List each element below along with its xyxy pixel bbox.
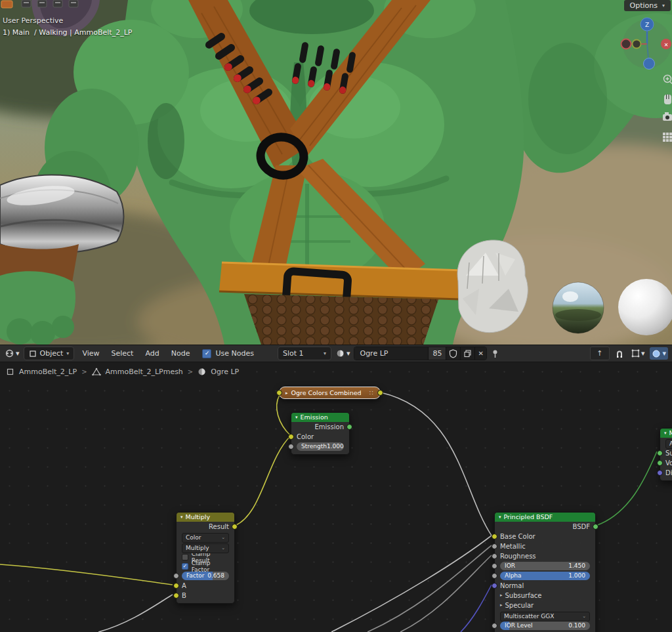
collapse-icon[interactable]: ▾ xyxy=(499,513,501,522)
object-icon xyxy=(29,350,37,358)
socket-multiply-a[interactable] xyxy=(173,583,179,589)
scene-collection-label: 1) Main / Walking | AmmoBelt_2_LP xyxy=(3,28,132,37)
data-type-dropdown[interactable]: Color ⌄ xyxy=(182,533,229,543)
gizmo-z-label[interactable]: Z xyxy=(645,22,649,28)
socket-bsdf-output[interactable] xyxy=(593,524,598,530)
breadcrumb-object[interactable]: AmmoBelt_2_LP xyxy=(19,368,77,376)
overlay-toggle-button[interactable]: ▾ xyxy=(650,347,668,360)
blend-mode-dropdown[interactable]: Multiply ⌄ xyxy=(182,543,229,553)
node-principled-bsdf[interactable]: ▾ Principled BSDF BSDF Base Color Metall… xyxy=(494,512,596,632)
material-slot-dropdown[interactable]: Slot 1 ▾ xyxy=(278,347,331,360)
shader-type-label: Object xyxy=(40,349,64,358)
go-parent-node-tree-button[interactable]: ↑ xyxy=(590,347,610,360)
socket-group-input[interactable] xyxy=(276,390,282,396)
menu-select[interactable]: Select xyxy=(105,345,139,362)
unlink-material-button[interactable]: ✕ xyxy=(475,347,486,360)
node-group-ogre-colors[interactable]: ▸ Ogre Colors Combined :: xyxy=(279,387,381,399)
socket-alpha[interactable] xyxy=(492,573,497,579)
ior-slider[interactable]: IOR 1.450 xyxy=(500,562,590,570)
lowpoly-fist[interactable] xyxy=(457,240,528,333)
pin-icon xyxy=(491,349,499,358)
menu-node[interactable]: Node xyxy=(165,345,196,362)
socket-metallic[interactable] xyxy=(492,543,497,549)
menu-view[interactable]: View xyxy=(76,345,105,362)
material-users-count[interactable]: 85 xyxy=(429,347,446,360)
socket-ior-level[interactable] xyxy=(492,623,497,629)
snap-target-dropdown[interactable]: ▾ xyxy=(629,347,647,360)
new-material-button[interactable] xyxy=(461,347,475,360)
node-header[interactable]: ▾ Material Output xyxy=(660,429,672,438)
collapse-icon[interactable]: ▾ xyxy=(295,413,298,422)
node-header[interactable]: ▾ Emission xyxy=(291,413,349,422)
socket-base-color[interactable] xyxy=(492,534,497,539)
menu-add[interactable]: Add xyxy=(139,345,165,362)
socket-emission-strength[interactable] xyxy=(288,444,294,450)
socket-group-output[interactable] xyxy=(377,390,383,396)
shader-node-editor[interactable]: AmmoBelt_2_LP > AmmoBelt_2_LPmesh > Ogre… xyxy=(0,362,672,632)
socket-ior[interactable] xyxy=(492,563,497,569)
fake-user-shield-button[interactable] xyxy=(446,347,461,360)
socket-multiply-factor[interactable] xyxy=(173,573,179,579)
specular-panel-toggle[interactable]: ▸ Specular xyxy=(495,600,595,610)
input-row: IOR 1.450 xyxy=(495,561,595,571)
chevron-down-icon: ▾ xyxy=(324,350,326,356)
alpha-slider[interactable]: Alpha 1.000 xyxy=(500,572,590,580)
node-multiply[interactable]: ▾ Multiply Result Color ⌄ Multiply ⌄ Cla… xyxy=(176,512,235,604)
strength-slider[interactable]: Strength 1.000 xyxy=(297,442,344,451)
socket-normal[interactable] xyxy=(492,583,497,589)
material-name-input[interactable]: Ogre LP xyxy=(354,347,429,360)
clamp-factor-checkbox[interactable]: ✓ Clamp Factor xyxy=(177,562,234,571)
subsurface-panel-toggle[interactable]: ▸ Subsurface xyxy=(495,591,595,600)
node-emission[interactable]: ▾ Emission Emission Color Strength 1.000 xyxy=(291,412,350,455)
node-material-output[interactable]: ▾ Material Output All ⌄ Surface Volume D… xyxy=(660,428,672,481)
checkbox-unchecked-icon[interactable] xyxy=(182,554,188,560)
checkbox-checked-icon[interactable]: ✓ xyxy=(182,563,188,570)
breadcrumb-mesh[interactable]: AmmoBelt_2_LPmesh xyxy=(106,368,183,376)
checkbox-checked-icon[interactable]: ✓ xyxy=(202,349,211,358)
editor-type-dropdown[interactable]: ▾ xyxy=(3,347,22,360)
node-title: Ogre Colors Combined xyxy=(291,389,362,396)
material-sphere-icon xyxy=(335,348,345,358)
browse-material-dropdown[interactable]: ▾ xyxy=(333,347,352,360)
grid-ortho-icon[interactable] xyxy=(663,133,672,142)
move-hand-icon[interactable] xyxy=(664,95,671,104)
node-header[interactable]: ▾ Principled BSDF xyxy=(495,513,595,522)
object-icon xyxy=(6,368,14,376)
snap-toggle-button[interactable] xyxy=(613,347,626,360)
socket-volume[interactable] xyxy=(657,460,663,466)
node-group-icon: :: xyxy=(369,390,374,396)
use-nodes-checkbox[interactable]: ✓ Use Nodes xyxy=(202,349,254,358)
node-title: Material Output xyxy=(669,429,672,438)
collapse-icon[interactable]: ▾ xyxy=(180,513,183,522)
socket-displacement[interactable] xyxy=(657,470,663,476)
socket-surface[interactable] xyxy=(657,450,663,456)
input-row: Factor 0.658 xyxy=(177,571,234,581)
target-dropdown[interactable]: All ⌄ xyxy=(665,439,672,449)
chevron-down-icon: ⌄ xyxy=(221,545,225,551)
socket-multiply-result[interactable] xyxy=(232,524,238,530)
node-title: Multiply xyxy=(186,513,211,522)
input-row: Alpha 1.000 xyxy=(495,571,595,581)
material-name-value: Ogre LP xyxy=(360,349,388,358)
factor-slider[interactable]: Factor 0.658 xyxy=(182,572,229,580)
socket-roughness[interactable] xyxy=(492,553,497,559)
input-row: Strength 1.000 xyxy=(291,442,349,452)
shader-type-dropdown[interactable]: Object ▾ xyxy=(24,347,75,360)
socket-emission-output[interactable] xyxy=(346,424,352,430)
distribution-dropdown[interactable]: Multiscatter GGX ⌄ xyxy=(500,612,590,621)
options-button[interactable]: Options ▾ xyxy=(624,0,671,11)
node-header[interactable]: ▾ Multiply xyxy=(177,513,234,522)
collapse-icon[interactable]: ▸ xyxy=(285,390,288,396)
chevron-down-icon: ▾ xyxy=(641,349,645,358)
socket-emission-color[interactable] xyxy=(288,434,294,440)
chevron-down-icon: ⌄ xyxy=(582,614,586,619)
input-row: Roughness xyxy=(495,551,595,561)
viewport-3d[interactable]: Z ✕ xyxy=(0,0,672,345)
ior-level-slider[interactable]: IOR Level 0.100 xyxy=(500,621,590,630)
breadcrumb-material[interactable]: Ogre LP xyxy=(211,368,239,376)
collapse-icon[interactable]: ▾ xyxy=(664,429,667,438)
shield-icon xyxy=(449,349,457,358)
socket-multiply-b[interactable] xyxy=(173,593,179,599)
collapse-icon: ▸ xyxy=(500,591,503,600)
pin-button[interactable] xyxy=(489,347,501,360)
